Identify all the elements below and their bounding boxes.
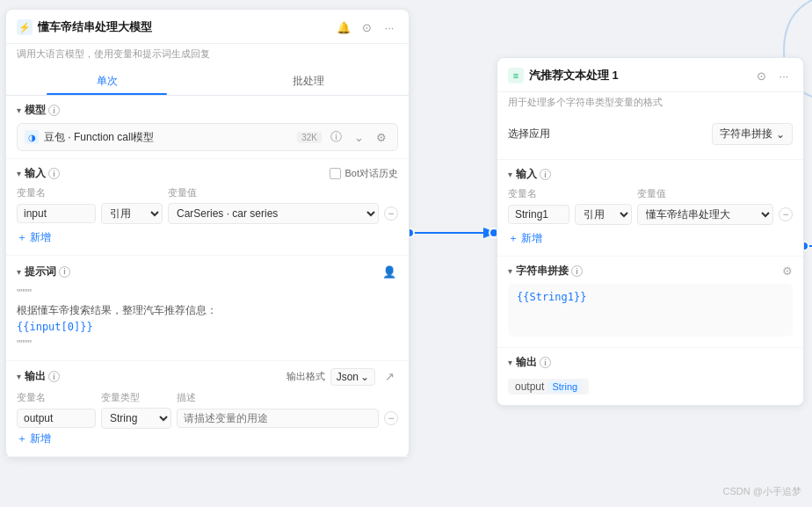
bot-history-checkbox[interactable]: [330, 168, 341, 179]
llm-node-icon: ⚡: [17, 19, 33, 35]
prompt-collapse-arrow[interactable]: ▾: [17, 267, 21, 277]
string-concat-collapse[interactable]: ▾: [508, 266, 512, 276]
string-concat-gear-icon[interactable]: ⚙: [782, 264, 793, 278]
input-remove-btn[interactable]: −: [384, 206, 398, 221]
text-process-header: ≡ 汽推荐文本处理 1 ⊙ ···: [497, 58, 803, 92]
output-section-title: 输出 i: [25, 369, 60, 384]
text-input-name[interactable]: [508, 205, 569, 224]
model-collapse-arrow[interactable]: ▾: [17, 105, 21, 115]
llm-node-actions: 🔔 ⊙ ···: [335, 18, 398, 36]
prompt-person-icon[interactable]: 👤: [381, 263, 398, 280]
input-col-headers: 变量名 变量值: [17, 186, 398, 199]
prompt-section-title: 提示词 i: [25, 264, 70, 279]
model-brand-icon: ◑: [25, 130, 39, 144]
text-output-collapse[interactable]: ▾: [508, 358, 512, 367]
output-col-type: 变量类型: [101, 391, 171, 404]
output-col-desc: 描述: [177, 391, 398, 404]
input-value-select[interactable]: CarSeries · car series: [168, 203, 379, 224]
string-concat-right: ⚙: [782, 264, 793, 278]
text-input-value[interactable]: 懂车帝结串处理大: [637, 204, 773, 225]
model-settings-btn[interactable]: ⚙: [373, 128, 390, 146]
text-output-row: output String: [508, 375, 793, 398]
bot-history-label: Bot对话历史: [344, 167, 398, 180]
text-process-icon: ≡: [508, 68, 524, 83]
llm-tabs: 单次 批处理: [6, 68, 409, 96]
canvas-area: ⚡ 懂车帝结串处理大模型 🔔 ⊙ ··· 调用大语言模型，使用变量和提示词生成回…: [0, 0, 812, 507]
llm-node: ⚡ 懂车帝结串处理大模型 🔔 ⊙ ··· 调用大语言模型，使用变量和提示词生成回…: [5, 9, 410, 458]
col-type: [101, 186, 163, 199]
input-section-right: Bot对话历史: [330, 167, 398, 180]
text-input-info[interactable]: i: [540, 169, 551, 180]
text-process-circle-icon[interactable]: ⊙: [752, 67, 770, 84]
prompt-info-icon[interactable]: i: [59, 266, 70, 278]
model-info-icon[interactable]: i: [48, 105, 60, 116]
output-remove-btn[interactable]: −: [384, 411, 398, 425]
chevron-down-icon: ⌄: [776, 128, 785, 141]
text-col-varname: 变量名: [508, 187, 569, 200]
llm-node-header: ⚡ 懂车帝结串处理大模型 🔔 ⊙ ···: [6, 10, 409, 44]
text-input-type[interactable]: 引用: [575, 204, 632, 225]
select-app-row: 选择应用 字符串拼接 ⌄: [508, 123, 793, 145]
col-varvalue: 变量值: [168, 186, 398, 199]
output-section-header: ▾ 输出 i 输出格式 Json ⌄ ↗: [17, 368, 398, 386]
text-input-collapse[interactable]: ▾: [508, 170, 512, 179]
output-add-btn[interactable]: ＋ 新增: [17, 429, 398, 449]
output-name-field[interactable]: [17, 409, 96, 428]
text-input-remove[interactable]: −: [779, 207, 793, 221]
text-process-more-icon[interactable]: ···: [775, 67, 793, 84]
text-input-section: ▾ 输入 i 变量名 变量值 引用 懂车帝结串处理大 −: [497, 160, 803, 257]
output-section-right: 输出格式 Json ⌄ ↗: [286, 368, 398, 386]
text-input-header: ▾ 输入 i: [508, 167, 793, 182]
select-app-value[interactable]: 字符串拼接 ⌄: [712, 123, 793, 145]
tab-batch[interactable]: 批处理: [207, 68, 409, 95]
output-desc-field[interactable]: [177, 409, 379, 428]
llm-circle-icon[interactable]: ⊙: [358, 18, 375, 36]
input-name-field[interactable]: [17, 204, 96, 223]
output-collapse-arrow[interactable]: ▾: [17, 372, 21, 381]
input-collapse-arrow[interactable]: ▾: [17, 169, 21, 178]
model-info-btn[interactable]: ⓘ: [327, 128, 344, 146]
text-process-title: 汽推荐文本处理 1: [529, 68, 747, 83]
model-name: 豆包 · Function call模型: [44, 130, 292, 145]
prompt-section: ▾ 提示词 i 👤 """" 根据懂车帝搜索结果，整理汽车推荐信息： {{inp…: [6, 256, 409, 361]
text-process-subtitle: 用于处理多个字符串类型变量的格式: [497, 92, 803, 116]
text-input-add[interactable]: ＋ 新增: [508, 228, 793, 249]
input-type-select[interactable]: 引用: [101, 203, 163, 224]
output-type: String: [547, 380, 582, 393]
bot-history-checkbox-row: Bot对话历史: [330, 167, 398, 180]
model-badge: 32K: [297, 132, 322, 143]
output-section: ▾ 输出 i 输出格式 Json ⌄ ↗ 变量名 变量类型 描述: [6, 361, 409, 457]
text-process-node: ≡ 汽推荐文本处理 1 ⊙ ··· 用于处理多个字符串类型变量的格式 选择应用 …: [497, 57, 804, 406]
text-output-info[interactable]: i: [540, 357, 551, 368]
input-row-1: 引用 CarSeries · car series −: [17, 203, 398, 224]
string-concat-header: ▾ 字符串拼接 i ⚙: [508, 264, 793, 279]
input-section-title: 输入 i: [25, 166, 60, 181]
model-section-header: ▾ 模型 i: [17, 103, 398, 118]
llm-more-icon[interactable]: ···: [381, 18, 398, 36]
model-row[interactable]: ◑ 豆包 · Function call模型 32K ⓘ ⌄ ⚙: [17, 123, 398, 151]
input-section: ▾ 输入 i Bot对话历史 变量名 变量值: [6, 159, 409, 256]
tab-single[interactable]: 单次: [6, 68, 207, 95]
text-input-title: 输入 i: [516, 167, 551, 182]
output-type-select[interactable]: String: [101, 408, 171, 429]
output-export-icon[interactable]: ↗: [381, 368, 398, 386]
output-col-headers: 变量名 变量类型 描述: [17, 391, 398, 404]
add-icon: ＋: [17, 230, 27, 245]
prompt-area[interactable]: """" 根据懂车帝搜索结果，整理汽车推荐信息： {{input[0]}} ""…: [17, 286, 398, 353]
output-info-icon[interactable]: i: [48, 371, 60, 382]
prompt-actions: 👤: [381, 263, 398, 280]
output-format-select[interactable]: Json ⌄: [330, 368, 375, 386]
prompt-section-header: ▾ 提示词 i 👤: [17, 263, 398, 280]
input-section-header: ▾ 输入 i Bot对话历史: [17, 166, 398, 181]
concat-content: {{String1}}: [517, 291, 586, 303]
string-concat-info[interactable]: i: [571, 265, 583, 277]
text-output-section: ▾ 输出 i output String: [497, 348, 803, 405]
model-expand-btn[interactable]: ⌄: [350, 128, 367, 146]
output-format-label: 输出格式: [286, 370, 325, 383]
string-concat-area[interactable]: {{String1}}: [508, 284, 793, 337]
text-col-type: [575, 187, 632, 200]
text-add-icon: ＋: [508, 231, 518, 246]
input-info-icon[interactable]: i: [48, 168, 60, 179]
input-add-btn[interactable]: ＋ 新增: [17, 228, 398, 248]
llm-alert-icon[interactable]: 🔔: [335, 18, 352, 36]
